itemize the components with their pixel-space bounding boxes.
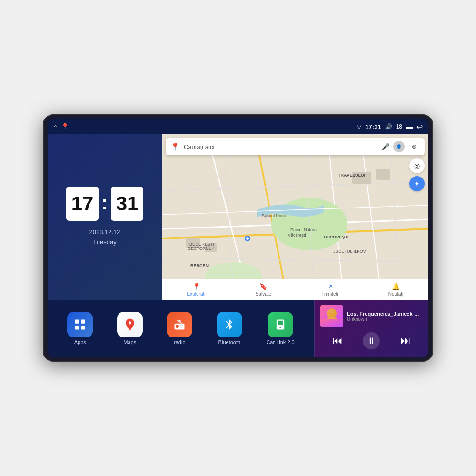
news-icon: 🔔 [392, 283, 400, 290]
music-text: Lost Frequencies_Janieck Devy-... Unknow… [347, 311, 423, 322]
svg-text:BERCENI: BERCENI [190, 263, 210, 268]
svg-text:TRAPEZULUI: TRAPEZULUI [338, 173, 365, 178]
svg-rect-18 [376, 169, 390, 180]
svg-text:Splaiul Unirii: Splaiul Unirii [262, 213, 286, 218]
music-controls: ⏮ ⏸ ⏭ [320, 332, 423, 349]
apps-label: Apps [74, 339, 86, 345]
map-search-bar[interactable]: 📍 Căutați aici 🎤 👤 ⊛ [166, 138, 425, 155]
svg-text:BUCUREȘTI: BUCUREȘTI [324, 235, 349, 239]
maps-label: Maps [123, 339, 136, 345]
music-prev-button[interactable]: ⏮ [329, 332, 346, 349]
map-location-button[interactable]: ◎ [409, 158, 425, 173]
map-search-pin-icon: 📍 [170, 142, 180, 151]
music-title: Lost Frequencies_Janieck Devy-... [347, 311, 423, 317]
device-frame: ⌂ 📍 ▽ 17:31 🔊 18 ▬ ↩ 17 : [43, 114, 433, 362]
map-layers-button[interactable]: ⊛ [408, 141, 420, 152]
music-play-button[interactable]: ⏸ [363, 332, 380, 349]
svg-rect-33 [75, 326, 79, 329]
volume-level: 18 [396, 123, 402, 130]
map-nav-news-label: Noutăți [388, 291, 404, 297]
radio-icon: FM [167, 312, 192, 337]
music-next-button[interactable]: ⏭ [397, 332, 414, 349]
svg-rect-37 [180, 325, 183, 326]
map-mic-icon[interactable]: 🎤 [381, 143, 389, 150]
map-right-controls: ◎ ✦ [409, 158, 425, 191]
map-avatar[interactable]: 👤 [393, 141, 405, 152]
back-icon[interactable]: ↩ [416, 122, 423, 131]
apps-panel: Apps Maps [48, 300, 314, 357]
saved-icon: 🔖 [259, 283, 268, 290]
signal-icon: ▽ [357, 123, 361, 130]
svg-rect-34 [81, 326, 85, 329]
map-panel[interactable]: TRAPEZULUI BUCUREȘTI JUDEȚUL ILFOV Parcu… [162, 134, 428, 300]
svg-text:Parcul Natural: Parcul Natural [290, 228, 317, 232]
map-nav-saved-label: Salvate [256, 291, 271, 297]
app-icon-apps[interactable]: Apps [67, 312, 93, 345]
svg-rect-47 [320, 319, 343, 327]
map-navigate-button[interactable]: ✦ [409, 176, 425, 191]
music-album-image [320, 305, 343, 327]
volume-icon: 🔊 [385, 123, 392, 130]
map-nav-send[interactable]: ↗ Trimiteți [321, 283, 338, 297]
app-icon-carlink[interactable]: Car Link 2.0 [266, 312, 294, 345]
bluetooth-label: Bluetooth [218, 339, 240, 345]
status-bar: ⌂ 📍 ▽ 17:31 🔊 18 ▬ ↩ [48, 119, 428, 134]
svg-rect-32 [81, 320, 85, 324]
svg-text:JUDEȚUL ILFOV: JUDEȚUL ILFOV [333, 249, 366, 254]
music-info: Lost Frequencies_Janieck Devy-... Unknow… [320, 305, 423, 327]
clock-panel: 17 : 31 2023.12.12 Tuesday [48, 134, 162, 300]
carlink-label: Car Link 2.0 [266, 339, 294, 345]
map-nav-news[interactable]: 🔔 Noutăți [388, 283, 404, 297]
battery-icon: ▬ [406, 123, 413, 130]
maps-status-icon[interactable]: 📍 [61, 123, 69, 130]
app-icon-bluetooth[interactable]: Bluetooth [217, 312, 242, 345]
svg-point-29 [246, 237, 249, 240]
carlink-icon [268, 312, 293, 337]
map-svg: TRAPEZULUI BUCUREȘTI JUDEȚUL ILFOV Parcu… [162, 134, 428, 300]
map-search-text[interactable]: Căutați aici [184, 143, 377, 150]
map-nav-saved[interactable]: 🔖 Salvate [256, 283, 271, 297]
music-album-art [320, 305, 343, 327]
svg-point-45 [327, 308, 337, 318]
home-icon[interactable]: ⌂ [53, 123, 57, 130]
clock-colon: : [101, 191, 108, 214]
svg-rect-31 [75, 320, 79, 324]
app-icon-maps[interactable]: Maps [117, 312, 143, 345]
clock-minute: 31 [111, 187, 143, 221]
bluetooth-icon [217, 312, 242, 337]
music-artist: Unknown [347, 317, 423, 322]
apps-icon [67, 312, 93, 337]
svg-point-36 [176, 325, 179, 328]
explore-icon: 📍 [192, 283, 200, 290]
map-nav-explore[interactable]: 📍 Explorați [187, 283, 206, 297]
clock-display: 17 : 31 [66, 187, 143, 221]
send-icon: ↗ [327, 283, 333, 290]
clock-date: 2023.12.12 Tuesday [89, 228, 120, 248]
map-nav-send-label: Trimiteți [321, 291, 338, 297]
maps-icon [117, 312, 143, 337]
svg-point-43 [279, 327, 281, 328]
map-bottom-nav: 📍 Explorați 🔖 Salvate ↗ Trimiteți 🔔 [162, 279, 428, 300]
svg-text:SECTORUL 4: SECTORUL 4 [188, 246, 215, 251]
svg-text:Văcărești: Văcărești [288, 233, 306, 238]
svg-rect-38 [180, 327, 183, 328]
music-panel: Lost Frequencies_Janieck Devy-... Unknow… [314, 300, 428, 357]
device-screen: ⌂ 📍 ▽ 17:31 🔊 18 ▬ ↩ 17 : [48, 119, 428, 357]
map-nav-explore-label: Explorați [187, 291, 206, 297]
app-icon-radio[interactable]: FM radio [167, 312, 192, 345]
clock-hour: 17 [66, 187, 99, 221]
svg-rect-42 [278, 321, 283, 325]
status-time: 17:31 [365, 123, 381, 130]
radio-label: radio [174, 339, 185, 345]
